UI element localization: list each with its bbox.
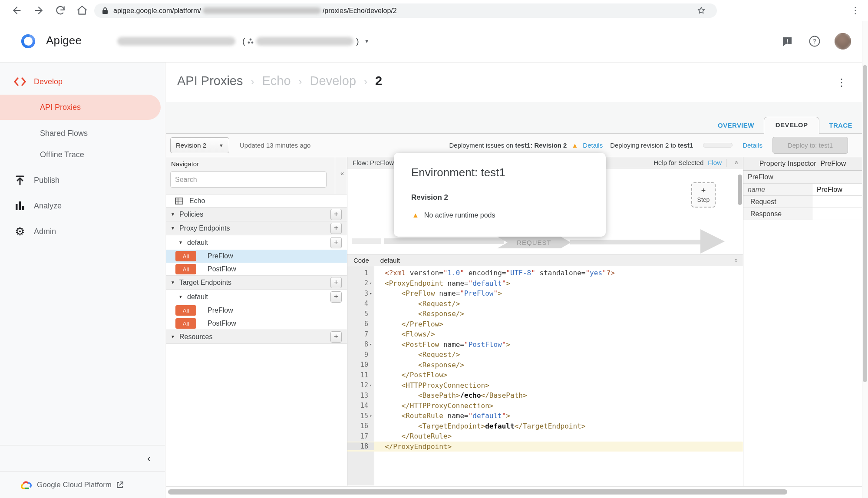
- sidebar-item-label: API Proxies: [40, 103, 81, 112]
- code-line-2[interactable]: 2▾<ProxyEndpoint name="default">: [347, 278, 743, 289]
- forward-icon[interactable]: [33, 5, 44, 16]
- code-line-3[interactable]: 3▾ <PreFlow name="PreFlow">: [347, 288, 743, 299]
- sidebar-item-offline-trace[interactable]: Offline Trace: [0, 147, 165, 162]
- line-number-12: 12▾: [347, 381, 374, 389]
- horizontal-scrollbar-thumb[interactable]: [168, 489, 787, 495]
- add-policies-button[interactable]: +: [330, 209, 342, 220]
- code-line-15[interactable]: 15▾ <RouteRule name="default">: [347, 411, 743, 421]
- deployment-status-area: Deployment issues on test1: Revision 2 ▲…: [449, 137, 862, 154]
- add-proxy-endpoints-button[interactable]: +: [330, 223, 342, 234]
- inspector-table: namePreFlowRequestResponse: [743, 184, 862, 220]
- sidebar-item-analyze[interactable]: Analyze: [0, 198, 165, 214]
- nav-section-target-endpoints[interactable]: ▼Target Endpoints+: [166, 275, 347, 290]
- back-icon[interactable]: [11, 5, 23, 16]
- property-inspector-title: Property Inspector: [759, 160, 816, 168]
- code-line-11[interactable]: 11 </PostFlow>: [347, 370, 743, 380]
- avatar[interactable]: [835, 33, 851, 49]
- code-line-14[interactable]: 14 </HTTPProxyConnection>: [347, 401, 743, 411]
- add-step-button[interactable]: + Step: [691, 182, 716, 208]
- code-line-9[interactable]: 9 <Request/>: [347, 350, 743, 360]
- tab-develop[interactable]: DEVELOP: [764, 117, 819, 134]
- code-line-7[interactable]: 7 <Flows/>: [347, 329, 743, 340]
- nav-flow-preflow[interactable]: AllPreFlow: [166, 250, 347, 263]
- inspector-value-request[interactable]: [813, 196, 862, 208]
- fold-caret-icon[interactable]: ▾: [368, 291, 373, 296]
- help-icon[interactable]: ?: [809, 35, 821, 47]
- code-line-8[interactable]: 8▾ <PostFlow name="PostFlow">: [347, 340, 743, 350]
- caret-down-icon[interactable]: ▼: [178, 240, 184, 245]
- search-input[interactable]: [170, 171, 327, 188]
- fold-caret-icon[interactable]: ▾: [368, 414, 373, 418]
- nav-flow-postflow[interactable]: AllPostFlow: [166, 263, 347, 276]
- code-line-16[interactable]: 16 <TargetEndpoint>default</TargetEndpoi…: [347, 421, 743, 432]
- code-line-10[interactable]: 10 <Response/>: [347, 360, 743, 370]
- caret-down-icon[interactable]: ▼: [171, 226, 176, 231]
- inspector-value-response[interactable]: [813, 208, 862, 220]
- bookmark-star-icon[interactable]: [697, 6, 706, 15]
- code-line-1[interactable]: 1 <?xml version="1.0" encoding="UTF-8" s…: [347, 268, 743, 278]
- nav-flow-preflow[interactable]: AllPreFlow: [166, 304, 347, 317]
- code-line-6[interactable]: 6 </PreFlow>: [347, 319, 743, 330]
- revision-select[interactable]: Revision 2 ▼: [170, 137, 229, 153]
- apigee-develop-page: apigee.google.com/platform//proxies/Echo…: [0, 0, 868, 498]
- inspector-value-name[interactable]: PreFlow: [813, 184, 862, 196]
- code-line-4[interactable]: 4 <Request/>: [347, 299, 743, 309]
- code-line-12[interactable]: 12▾ <HTTPProxyConnection>: [347, 380, 743, 391]
- code-line-5[interactable]: 5 <Response/>: [347, 309, 743, 319]
- sidebar-item-shared-flows[interactable]: Shared Flows: [0, 125, 165, 141]
- fold-caret-icon[interactable]: ▾: [368, 281, 373, 285]
- flow-collapse-icon[interactable]: «: [733, 157, 741, 169]
- nav-section-resources[interactable]: ▼Resources+: [166, 330, 347, 344]
- flow-scrollbar-thumb[interactable]: [738, 175, 742, 205]
- help-flow-link[interactable]: Flow: [708, 159, 722, 166]
- vertical-scrollbar-thumb[interactable]: [863, 65, 867, 382]
- deploy-button[interactable]: Deploy to: test1: [772, 137, 848, 154]
- feedback-icon[interactable]: [782, 36, 793, 47]
- nav-flow-postflow[interactable]: AllPostFlow: [166, 317, 347, 330]
- fold-caret-icon[interactable]: ▾: [368, 383, 373, 387]
- sidebar-item-admin[interactable]: ⚙Admin: [0, 224, 165, 239]
- add-resources-button[interactable]: +: [330, 331, 342, 343]
- add-default-button[interactable]: +: [330, 237, 342, 248]
- reload-icon[interactable]: [55, 5, 66, 16]
- tab-trace[interactable]: TRACE: [819, 118, 862, 134]
- caret-down-icon[interactable]: ▼: [178, 294, 184, 299]
- code-editor[interactable]: 1 <?xml version="1.0" encoding="UTF-8" s…: [347, 266, 743, 485]
- sidebar-item-api-proxies[interactable]: API Proxies: [0, 95, 161, 120]
- add-default-button[interactable]: +: [330, 291, 342, 303]
- navigator-collapse-icon[interactable]: «: [337, 169, 347, 177]
- caret-down-icon[interactable]: ▼: [171, 334, 176, 339]
- org-selector[interactable]: ( ) ▼: [117, 36, 370, 46]
- code-collapse-icon[interactable]: «: [732, 254, 739, 266]
- add-target-endpoints-button[interactable]: +: [330, 277, 342, 288]
- nav-section-policies[interactable]: ▼Policies+: [166, 207, 347, 221]
- url-bar[interactable]: apigee.google.com/platform//proxies/Echo…: [94, 3, 717, 18]
- nav-proxy-echo[interactable]: Echo: [166, 195, 347, 208]
- breadcrumb-echo[interactable]: Echo: [262, 74, 291, 88]
- deploying-details-link[interactable]: Details: [743, 142, 762, 149]
- nav-section-proxy-endpoints[interactable]: ▼Proxy Endpoints+: [166, 221, 347, 235]
- nav-group-default[interactable]: ▼default+: [166, 290, 347, 304]
- code-line-13[interactable]: 13 <BasePath>/echo</BasePath>: [347, 390, 743, 401]
- line-number-1: 1: [347, 269, 374, 277]
- gcp-footer-link[interactable]: Google Cloud Platform: [0, 472, 165, 498]
- breadcrumb-api-proxies[interactable]: API Proxies: [177, 74, 243, 88]
- nav-group-default[interactable]: ▼default+: [166, 235, 347, 250]
- line-number-4: 4: [347, 300, 374, 307]
- sidebar-item-develop[interactable]: Develop: [0, 74, 165, 89]
- code-line-18[interactable]: 18 </ProxyEndpoint>: [347, 442, 743, 452]
- issues-details-link[interactable]: Details: [583, 142, 603, 149]
- sidebar-item-publish[interactable]: Publish: [0, 172, 165, 188]
- home-icon[interactable]: [76, 5, 88, 16]
- caret-down-icon[interactable]: ▼: [171, 212, 176, 217]
- deploying-text: Deploying revision 2 to test1: [610, 142, 693, 149]
- browser-chrome: apigee.google.com/platform//proxies/Echo…: [0, 0, 868, 21]
- code-line-17[interactable]: 17 </RouteRule>: [347, 431, 743, 442]
- sidebar-collapse-icon[interactable]: ‹: [147, 452, 151, 465]
- page-menu-icon[interactable]: ⋮: [836, 75, 846, 90]
- breadcrumb-develop[interactable]: Develop: [310, 74, 356, 88]
- browser-menu-icon[interactable]: ⋮: [850, 3, 861, 17]
- tab-overview[interactable]: OVERVIEW: [708, 118, 764, 134]
- caret-down-icon[interactable]: ▼: [171, 280, 176, 285]
- fold-caret-icon[interactable]: ▾: [368, 342, 373, 346]
